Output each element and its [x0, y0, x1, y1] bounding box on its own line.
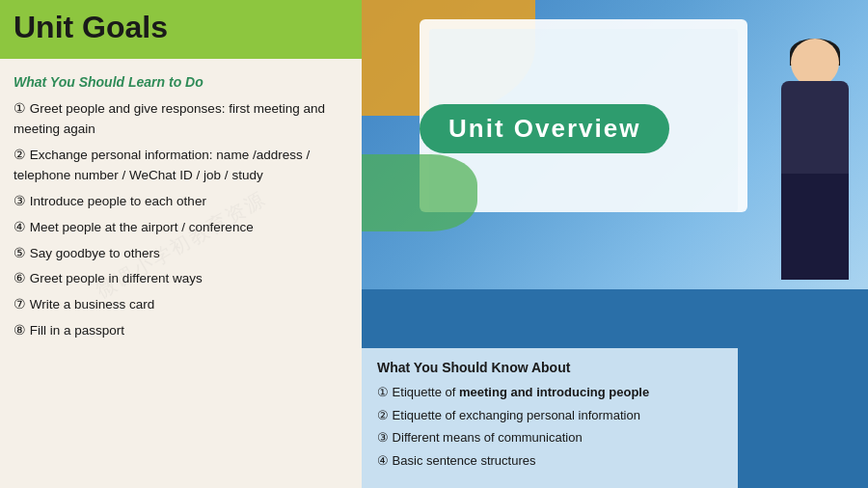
- person-body: [772, 39, 858, 289]
- unit-goals-header: Unit Goals: [0, 0, 362, 59]
- item-text: ③ Different means of communication: [377, 430, 583, 445]
- decorative-shape-green: [362, 154, 477, 231]
- what-you-learn-heading: What You Should Learn to Do: [14, 74, 348, 90]
- list-item: ② Exchange personal information: name /a…: [14, 146, 348, 186]
- goals-list: ① Greet people and give responses: first…: [14, 99, 348, 341]
- item-text: ② Etiquette of exchanging personal infor…: [377, 408, 640, 422]
- know-about-box: What You Should Know About ① Etiquette o…: [362, 348, 738, 488]
- person-head: [791, 39, 839, 87]
- list-item: ⑤ Say goodbye to others: [14, 244, 348, 264]
- unit-overview-label: Unit Overview: [420, 104, 669, 153]
- list-item: ⑧ Fill in a passport: [14, 321, 348, 341]
- list-item: ③ Different means of communication: [377, 428, 722, 448]
- know-about-heading: What You Should Know About: [377, 360, 722, 375]
- list-item: ① Greet people and give responses: first…: [14, 99, 348, 140]
- list-item: ① Etiquette of meeting and introducing p…: [377, 383, 722, 403]
- list-item: ⑥ Greet people in different ways: [14, 269, 348, 289]
- know-about-list: ① Etiquette of meeting and introducing p…: [377, 383, 722, 472]
- item-bold: meeting and introducing people: [459, 385, 649, 399]
- list-item: ④ Meet people at the airport / conferenc…: [14, 218, 348, 238]
- person-figure: [752, 19, 868, 289]
- item-text: ④ Basic sentence structures: [377, 453, 535, 468]
- left-panel: Unit Goals What You Should Learn to Do ①…: [0, 0, 362, 488]
- left-content: What You Should Learn to Do ① Greet peop…: [0, 68, 362, 357]
- person-torso: [781, 81, 849, 177]
- list-item: ④ Basic sentence structures: [377, 451, 722, 472]
- list-item: ⑦ Write a business card: [14, 295, 348, 315]
- list-item: ② Etiquette of exchanging personal infor…: [377, 406, 722, 426]
- unit-goals-title: Unit Goals: [14, 10, 168, 44]
- item-prefix: ① Etiquette of: [377, 385, 459, 399]
- list-item: ③ Introduce people to each other: [14, 192, 348, 212]
- video-area: Unit Overview: [362, 0, 868, 289]
- right-panel: Unit Overview What You Should Know About…: [362, 0, 868, 488]
- person-legs: [781, 174, 849, 280]
